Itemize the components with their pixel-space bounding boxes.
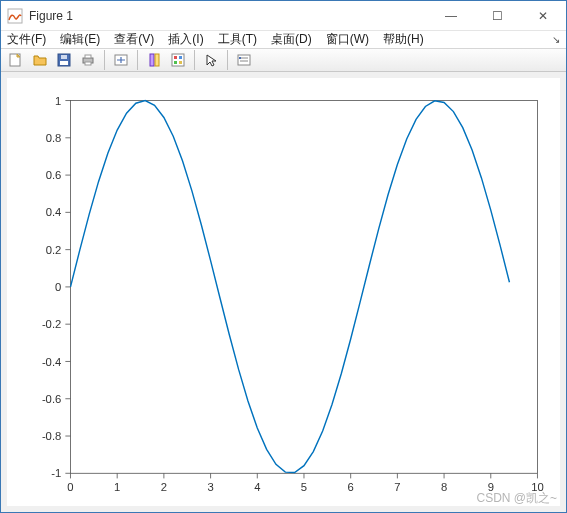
toolbar-separator xyxy=(227,50,228,70)
menu-insert[interactable]: 插入(I) xyxy=(168,31,203,48)
svg-text:-0.2: -0.2 xyxy=(42,318,61,330)
plot-canvas-wrap: 012345678910-1-0.8-0.6-0.4-0.200.20.40.6… xyxy=(1,72,566,512)
legend-icon[interactable] xyxy=(233,49,255,71)
menubar: 文件(F) 编辑(E) 查看(V) 插入(I) 工具(T) 桌面(D) 窗口(W… xyxy=(1,31,566,49)
menu-view[interactable]: 查看(V) xyxy=(114,31,154,48)
svg-rect-3 xyxy=(60,61,68,65)
svg-text:-0.4: -0.4 xyxy=(42,356,61,368)
save-icon[interactable] xyxy=(53,49,75,71)
maximize-button[interactable]: ☐ xyxy=(474,1,520,31)
svg-rect-6 xyxy=(85,55,91,58)
svg-rect-9 xyxy=(150,54,154,66)
svg-rect-10 xyxy=(155,54,159,66)
menu-window[interactable]: 窗口(W) xyxy=(326,31,369,48)
svg-text:-0.6: -0.6 xyxy=(42,393,61,405)
link-icon[interactable] xyxy=(110,49,132,71)
svg-text:0: 0 xyxy=(55,281,61,293)
svg-text:10: 10 xyxy=(531,481,544,493)
window-title: Figure 1 xyxy=(29,9,73,23)
menu-file[interactable]: 文件(F) xyxy=(7,31,46,48)
dock-arrow-icon[interactable]: ↘ xyxy=(552,34,560,45)
menu-edit[interactable]: 编辑(E) xyxy=(60,31,100,48)
svg-rect-15 xyxy=(179,61,182,64)
open-icon[interactable] xyxy=(29,49,51,71)
svg-text:0.6: 0.6 xyxy=(46,169,62,181)
svg-text:4: 4 xyxy=(254,481,260,493)
svg-text:5: 5 xyxy=(301,481,307,493)
svg-rect-16 xyxy=(238,55,250,65)
figure-window: Figure 1 — ☐ ✕ 文件(F) 编辑(E) 查看(V) 插入(I) 工… xyxy=(0,0,567,513)
svg-text:-1: -1 xyxy=(51,467,61,479)
svg-rect-12 xyxy=(174,56,177,59)
toolbar-separator xyxy=(194,50,195,70)
svg-text:3: 3 xyxy=(207,481,213,493)
svg-rect-14 xyxy=(174,61,177,64)
svg-text:1: 1 xyxy=(55,95,61,107)
pointer-icon[interactable] xyxy=(200,49,222,71)
svg-rect-19 xyxy=(239,57,241,59)
svg-text:0: 0 xyxy=(67,481,73,493)
toolbar-separator xyxy=(137,50,138,70)
colorbar-icon[interactable] xyxy=(167,49,189,71)
titlebar[interactable]: Figure 1 — ☐ ✕ xyxy=(1,1,566,31)
matlab-figure-icon xyxy=(7,8,23,24)
svg-text:0.8: 0.8 xyxy=(46,132,62,144)
svg-text:-0.8: -0.8 xyxy=(42,430,61,442)
svg-rect-13 xyxy=(179,56,182,59)
svg-rect-4 xyxy=(61,55,67,59)
minimize-button[interactable]: — xyxy=(428,1,474,31)
toolbar xyxy=(1,49,566,72)
toolbar-separator xyxy=(104,50,105,70)
svg-text:1: 1 xyxy=(114,481,120,493)
svg-text:8: 8 xyxy=(441,481,447,493)
svg-rect-7 xyxy=(85,62,91,65)
svg-text:9: 9 xyxy=(488,481,494,493)
svg-text:0.4: 0.4 xyxy=(46,206,62,218)
new-figure-icon[interactable] xyxy=(5,49,27,71)
svg-rect-11 xyxy=(172,54,184,66)
plot-canvas[interactable]: 012345678910-1-0.8-0.6-0.4-0.200.20.40.6… xyxy=(7,78,560,506)
print-icon[interactable] xyxy=(77,49,99,71)
menu-desktop[interactable]: 桌面(D) xyxy=(271,31,312,48)
data-cursor-icon[interactable] xyxy=(143,49,165,71)
svg-text:0.2: 0.2 xyxy=(46,244,62,256)
svg-text:2: 2 xyxy=(161,481,167,493)
svg-text:6: 6 xyxy=(348,481,354,493)
menu-tools[interactable]: 工具(T) xyxy=(218,31,257,48)
close-button[interactable]: ✕ xyxy=(520,1,566,31)
svg-rect-20 xyxy=(70,101,537,474)
menu-help[interactable]: 帮助(H) xyxy=(383,31,424,48)
svg-text:7: 7 xyxy=(394,481,400,493)
